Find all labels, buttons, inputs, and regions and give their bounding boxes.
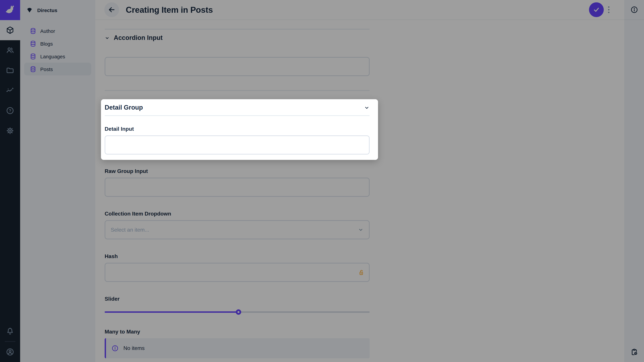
app-root: ? — [0, 0, 644, 362]
dim-overlay — [0, 0, 644, 362]
detail-group-title: Detail Group — [105, 104, 143, 111]
detail-group-panel: Detail Group Detail Input — [101, 99, 378, 160]
detail-input-field-group: Detail Input — [105, 126, 370, 155]
detail-input-field[interactable] — [105, 135, 370, 155]
detail-group-header[interactable]: Detail Group — [105, 104, 370, 111]
detail-group-divider — [105, 115, 370, 116]
detail-input-label: Detail Input — [105, 126, 370, 132]
chevron-down-icon[interactable] — [364, 105, 370, 110]
